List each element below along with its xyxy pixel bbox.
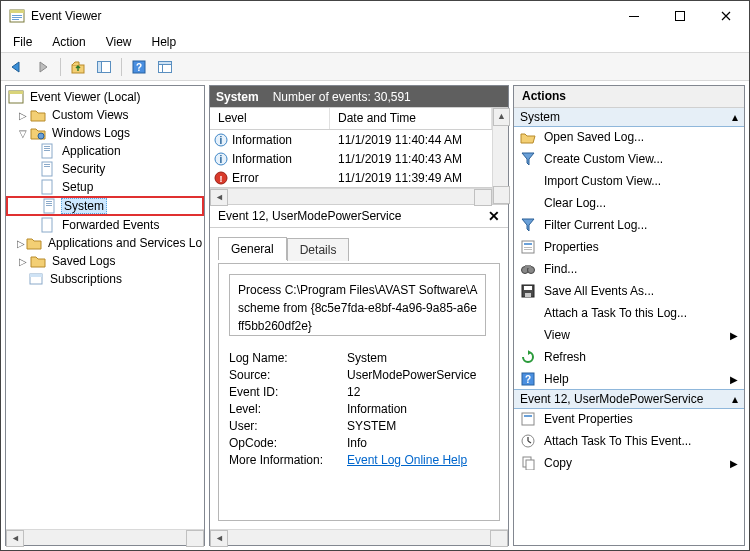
tree-windows-logs[interactable]: ▽ Windows Logs	[6, 124, 204, 142]
kv-value: UserModePowerService	[347, 368, 489, 382]
close-button[interactable]	[703, 1, 749, 31]
tree-root[interactable]: Event Viewer (Local)	[6, 88, 204, 106]
col-datetime[interactable]: Date and Time	[330, 108, 492, 129]
tree-hscroll[interactable]: ◄►	[6, 529, 204, 545]
action-filter-log[interactable]: Filter Current Log...	[514, 214, 744, 236]
action-attach-task-log[interactable]: Attach a Task To this Log...	[514, 302, 744, 324]
svg-text:i: i	[220, 135, 223, 146]
tree-subscriptions[interactable]: Subscriptions	[6, 270, 204, 288]
expand-icon[interactable]: ▷	[17, 109, 29, 121]
detail-hscroll[interactable]: ◄►	[210, 529, 508, 545]
menu-action[interactable]: Action	[46, 33, 91, 51]
action-create-custom-view[interactable]: Create Custom View...	[514, 148, 744, 170]
refresh-icon	[520, 349, 536, 365]
subscriptions-icon	[28, 271, 44, 287]
event-grid: Level Date and Time iInformation 11/1/20…	[210, 108, 492, 188]
maximize-button[interactable]	[657, 1, 703, 31]
grid-row[interactable]: !Error 11/1/2019 11:39:49 AM	[210, 168, 492, 187]
chevron-right-icon: ▶	[730, 374, 738, 385]
svg-text:i: i	[220, 154, 223, 165]
blank-icon	[520, 195, 536, 211]
tab-general[interactable]: General	[218, 237, 287, 260]
action-open-saved-log[interactable]: Open Saved Log...	[514, 126, 744, 148]
svg-rect-32	[30, 274, 42, 277]
kv-value: SYSTEM	[347, 419, 489, 433]
expand-icon[interactable]: ▷	[17, 255, 29, 267]
kv-key: Event ID:	[229, 385, 347, 399]
task-icon	[520, 433, 536, 449]
tree-forwarded[interactable]: Forwarded Events	[6, 216, 204, 234]
action-copy-submenu[interactable]: Copy▶	[514, 452, 744, 474]
log-icon	[40, 161, 56, 177]
menu-file[interactable]: File	[7, 33, 38, 51]
svg-rect-51	[522, 413, 534, 425]
online-help-link[interactable]: Event Log Online Help	[347, 453, 467, 467]
action-attach-task-event[interactable]: Attach Task To This Event...	[514, 430, 744, 452]
svg-rect-48	[525, 293, 531, 297]
tree-pane: Event Viewer (Local) ▷ Custom Views ▽ Wi…	[5, 85, 205, 546]
kv-key: Source:	[229, 368, 347, 382]
eventviewer-icon	[8, 89, 24, 105]
svg-rect-24	[44, 166, 50, 167]
action-properties[interactable]: Properties	[514, 236, 744, 258]
event-grid-wrap: Level Date and Time iInformation 11/1/20…	[210, 108, 508, 204]
kv-key: OpCode:	[229, 436, 347, 450]
actions-group-event[interactable]: Event 12, UserModePowerService ▴	[514, 389, 744, 409]
tree-custom-views[interactable]: ▷ Custom Views	[6, 106, 204, 124]
action-save-all[interactable]: Save All Events As...	[514, 280, 744, 302]
grid-row[interactable]: iInformation 11/1/2019 11:40:43 AM	[210, 149, 492, 168]
expand-icon[interactable]: ▷	[17, 237, 25, 249]
grid-vscroll[interactable]: ▲▼	[492, 108, 508, 204]
toolbar-separator	[60, 58, 61, 76]
collapse-icon[interactable]: ▽	[17, 127, 29, 139]
action-clear-log[interactable]: Clear Log...	[514, 192, 744, 214]
log-icon	[40, 179, 56, 195]
chevron-right-icon: ▶	[730, 330, 738, 341]
actions-header: Actions	[514, 86, 744, 108]
panel-button[interactable]	[153, 56, 177, 78]
svg-rect-41	[524, 247, 532, 248]
action-find[interactable]: Find...	[514, 258, 744, 280]
svg-rect-45	[525, 265, 531, 268]
tree-security[interactable]: Security	[6, 160, 204, 178]
actions-list: System ▴ Open Saved Log... Create Custom…	[514, 108, 744, 545]
menu-view[interactable]: View	[100, 33, 138, 51]
minimize-button[interactable]	[611, 1, 657, 31]
forward-button[interactable]	[31, 56, 55, 78]
tree-application[interactable]: Application	[6, 142, 204, 160]
tree-system[interactable]: System	[6, 196, 204, 216]
grid-header: Level Date and Time	[210, 108, 492, 130]
copy-icon	[520, 455, 536, 471]
center-header-title: System	[216, 90, 259, 104]
detail-title: Event 12, UserModePowerService	[218, 209, 401, 223]
action-event-properties[interactable]: Event Properties	[514, 408, 744, 430]
help-button[interactable]: ?	[127, 56, 151, 78]
svg-rect-29	[46, 205, 52, 206]
action-refresh[interactable]: Refresh	[514, 346, 744, 368]
kv-value: System	[347, 351, 489, 365]
tab-details[interactable]: Details	[287, 238, 350, 261]
svg-rect-14	[162, 64, 163, 72]
center-header-count: Number of events: 30,591	[273, 90, 411, 104]
action-view-submenu[interactable]: View▶	[514, 324, 744, 346]
detail-close-button[interactable]: ✕	[488, 208, 500, 224]
svg-rect-28	[46, 203, 52, 204]
show-tree-button[interactable]	[92, 56, 116, 78]
app-icon	[9, 8, 25, 24]
col-level[interactable]: Level	[210, 108, 330, 129]
tab-body: Process C:\Program Files\AVAST Software\…	[218, 263, 500, 521]
tree-saved-logs[interactable]: ▷ Saved Logs	[6, 252, 204, 270]
tree-apps-services[interactable]: ▷ Applications and Services Lo	[6, 234, 204, 252]
tree-setup[interactable]: Setup	[6, 178, 204, 196]
action-help-submenu[interactable]: ?Help▶	[514, 368, 744, 390]
actions-group-system[interactable]: System ▴	[514, 108, 744, 127]
toolbar-separator	[121, 58, 122, 76]
action-import-custom-view[interactable]: Import Custom View...	[514, 170, 744, 192]
grid-hscroll[interactable]: ◄►	[210, 188, 492, 204]
back-button[interactable]	[5, 56, 29, 78]
grid-row[interactable]: iInformation 11/1/2019 11:40:44 AM	[210, 130, 492, 149]
up-folder-button[interactable]	[66, 56, 90, 78]
svg-rect-42	[524, 249, 532, 250]
chevron-right-icon: ▶	[730, 458, 738, 469]
menu-help[interactable]: Help	[146, 33, 183, 51]
